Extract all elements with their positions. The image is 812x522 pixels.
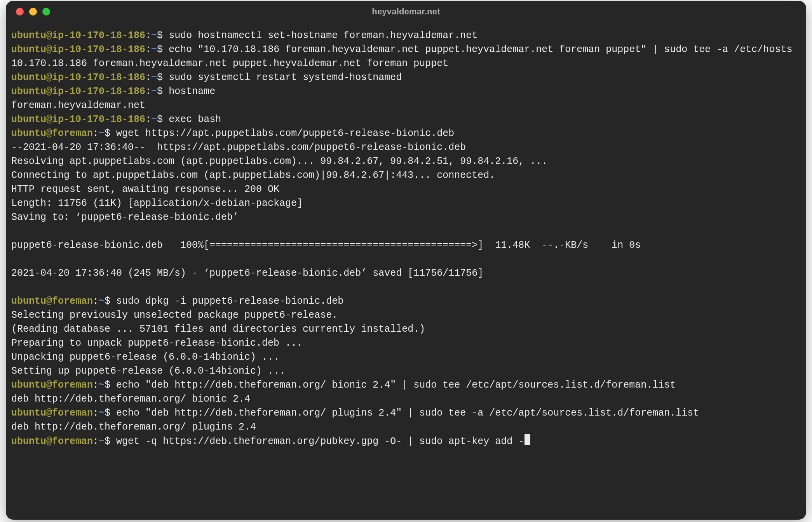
blank-line [11,224,801,238]
colon: : [145,72,151,83]
colon: : [145,114,151,125]
at-symbol: @ [46,296,52,307]
prompt-host: ip-10-170-18-186 [52,44,145,55]
prompt-path: ~ [151,30,157,41]
output-text: (Reading database ... 57101 files and di… [11,324,425,335]
at-symbol: @ [46,128,52,139]
command-text: echo "deb http://deb.theforeman.org/ plu… [116,407,699,419]
output-text: Setting up puppet6-release (6.0.0-14bion… [11,365,285,377]
prompt-host: foreman [52,128,93,139]
traffic-lights [16,8,50,16]
output-text: deb http://deb.theforeman.org/ bionic 2.… [11,393,250,405]
output-text: 10.170.18.186 foreman.heyvaldemar.net pu… [11,58,448,69]
prompt-line: ubuntu@ip-10-170-18-186:~$ sudo hostname… [11,29,801,43]
window-title: heyvaldemar.net [372,7,440,17]
output-text: Length: 11756 (11K) [application/x-debia… [11,198,303,209]
colon: : [93,128,99,139]
command-text: sudo dpkg -i puppet6-release-bionic.deb [116,296,343,307]
terminal-output[interactable]: ubuntu@ip-10-170-18-186:~$ sudo hostname… [6,23,806,454]
output-line: HTTP request sent, awaiting response... … [11,183,801,197]
prompt-dollar: $ [157,44,169,55]
command-text: hostname [169,86,215,97]
blank-line [11,280,801,294]
output-line: --2021-04-20 17:36:40-- https://apt.pupp… [11,141,801,155]
close-icon[interactable] [16,8,24,16]
prompt-user: ubuntu [11,407,46,419]
colon: : [145,30,151,41]
prompt-dollar: $ [105,407,116,419]
prompt-dollar: $ [157,72,169,83]
output-text: --2021-04-20 17:36:40-- https://apt.pupp… [11,142,466,153]
command-text: echo "deb http://deb.theforeman.org/ bio… [116,379,676,391]
prompt-line: ubuntu@foreman:~$ echo "deb http://deb.t… [11,406,801,420]
prompt-line: ubuntu@ip-10-170-18-186:~$ hostname [11,85,801,99]
output-line: Unpacking puppet6-release (6.0.0-14bioni… [11,350,801,364]
output-line: Resolving apt.puppetlabs.com (apt.puppet… [11,155,801,169]
colon: : [145,44,151,55]
at-symbol: @ [46,72,52,83]
colon: : [93,436,99,447]
output-line: Preparing to unpack puppet6-release-bion… [11,336,801,350]
prompt-line: ubuntu@ip-10-170-18-186:~$ sudo systemct… [11,71,801,85]
prompt-host: ip-10-170-18-186 [52,30,145,41]
colon: : [93,379,99,391]
terminal-window: heyvaldemar.net ubuntu@ip-10-170-18-186:… [6,1,806,520]
prompt-path: ~ [99,128,105,139]
prompt-path: ~ [99,296,105,307]
at-symbol: @ [46,44,52,55]
colon: : [93,407,99,419]
command-text: wget https://apt.puppetlabs.com/puppet6-… [116,128,454,139]
prompt-host: foreman [52,407,93,419]
prompt-host: ip-10-170-18-186 [52,114,145,125]
colon: : [93,296,99,307]
minimize-icon[interactable] [29,8,37,16]
cursor [524,434,530,445]
at-symbol: @ [46,379,52,391]
prompt-host: ip-10-170-18-186 [52,72,145,83]
blank-line [11,252,801,266]
prompt-dollar: $ [105,128,116,139]
output-line: Saving to: ‘puppet6-release-bionic.deb’ [11,211,801,224]
output-line: 10.170.18.186 foreman.heyvaldemar.net pu… [11,57,801,71]
command-text: echo "10.170.18.186 foreman.heyvaldemar.… [169,44,792,55]
prompt-path: ~ [99,436,105,447]
output-text: Unpacking puppet6-release (6.0.0-14bioni… [11,351,279,363]
output-line: Setting up puppet6-release (6.0.0-14bion… [11,364,801,378]
output-line: puppet6-release-bionic.deb 100%[========… [11,238,801,252]
prompt-dollar: $ [157,114,169,125]
prompt-dollar: $ [157,86,169,97]
output-line: (Reading database ... 57101 files and di… [11,322,801,336]
output-line: deb http://deb.theforeman.org/ bionic 2.… [11,392,801,406]
prompt-line: ubuntu@foreman:~$ echo "deb http://deb.t… [11,378,801,392]
prompt-user: ubuntu [11,379,46,391]
prompt-user: ubuntu [11,86,46,97]
command-text: sudo systemctl restart systemd-hostnamed [169,72,402,83]
prompt-user: ubuntu [11,436,46,447]
output-line: foreman.heyvaldemar.net [11,99,801,113]
prompt-host: ip-10-170-18-186 [52,86,145,97]
prompt-line: ubuntu@ip-10-170-18-186:~$ echo "10.170.… [11,43,801,57]
command-text: sudo hostnamectl set-hostname foreman.he… [169,30,477,41]
prompt-path: ~ [151,72,157,83]
output-text: 2021-04-20 17:36:40 (245 MB/s) - ‘puppet… [11,268,483,279]
prompt-dollar: $ [157,30,169,41]
titlebar: heyvaldemar.net [6,1,806,23]
output-line: deb http://deb.theforeman.org/ plugins 2… [11,420,801,434]
at-symbol: @ [46,114,52,125]
prompt-line: ubuntu@foreman:~$ wget https://apt.puppe… [11,127,801,141]
prompt-line: ubuntu@foreman:~$ sudo dpkg -i puppet6-r… [11,294,801,308]
output-line: 2021-04-20 17:36:40 (245 MB/s) - ‘puppet… [11,266,801,280]
prompt-host: foreman [52,296,93,307]
output-text: Selecting previously unselected package … [11,310,338,321]
at-symbol: @ [46,436,52,447]
zoom-icon[interactable] [42,8,50,16]
prompt-path: ~ [151,114,157,125]
prompt-dollar: $ [105,379,116,391]
output-line: Connecting to apt.puppetlabs.com (apt.pu… [11,169,801,183]
prompt-line: ubuntu@ip-10-170-18-186:~$ exec bash [11,113,801,127]
colon: : [145,86,151,97]
prompt-user: ubuntu [11,296,46,307]
output-text: puppet6-release-bionic.deb 100%[========… [11,240,641,251]
output-text: HTTP request sent, awaiting response... … [11,184,279,195]
prompt-user: ubuntu [11,44,46,55]
